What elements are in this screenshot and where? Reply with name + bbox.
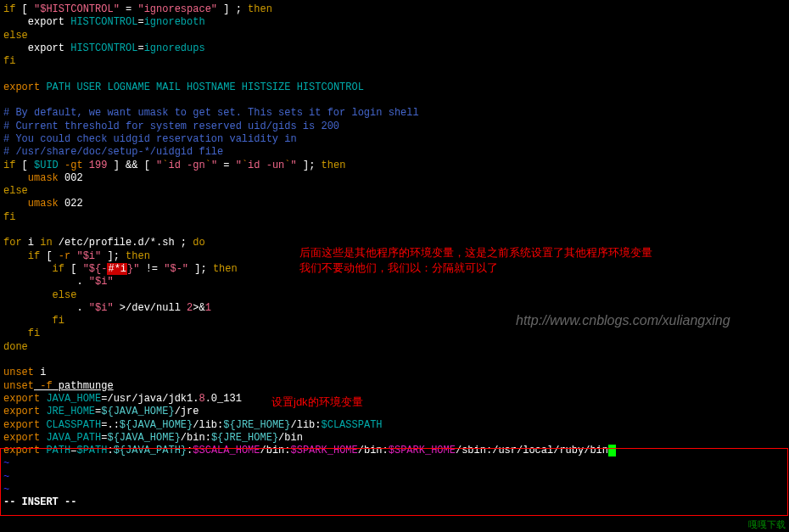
arrow-jdk	[3, 510, 789, 532]
arrow-other	[3, 510, 789, 532]
corner-label: 嘎嘎下载	[748, 518, 786, 531]
code-editor[interactable]: if [ "$HISTCONTROL" = "ignorespace" ] ; …	[3, 3, 786, 510]
